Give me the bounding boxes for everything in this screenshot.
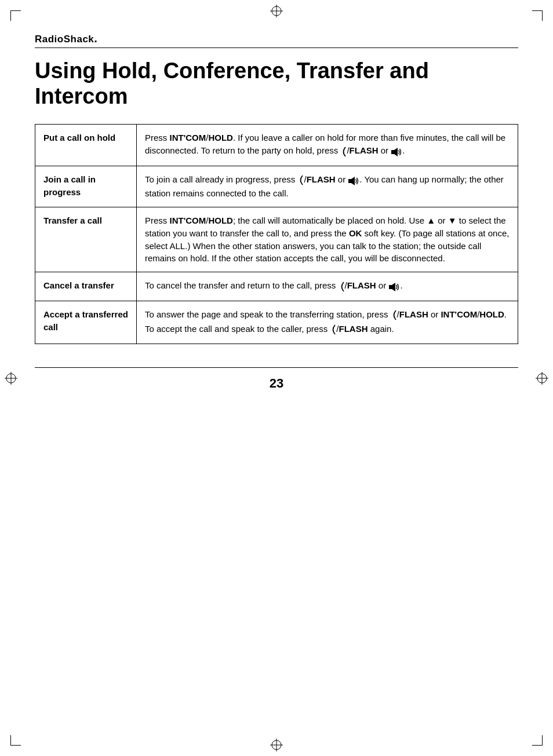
brand-name: RadioShack	[35, 34, 94, 45]
crop-mark-br	[532, 735, 543, 746]
table-row: Transfer a callPress INT'COM/HOLD; the c…	[35, 207, 518, 272]
table-row: Join a call in progressTo join a call al…	[35, 166, 518, 207]
table-row: Accept a transferred callTo answer the p…	[35, 301, 518, 344]
bottom-area: 23	[35, 367, 518, 391]
svg-marker-15	[351, 177, 355, 185]
page-content: RadioShack. Using Hold, Conference, Tran…	[35, 0, 518, 344]
instructions-table: Put a call on holdPress INT'COM/HOLD. If…	[35, 124, 518, 344]
reg-mark-bottom	[270, 739, 283, 751]
row-label: Join a call in progress	[35, 166, 137, 207]
row-content: To answer the page and speak to the tran…	[137, 301, 518, 344]
svg-rect-16	[389, 285, 392, 289]
table-row: Cancel a transferTo cancel the transfer …	[35, 272, 518, 301]
reg-mark-right	[536, 372, 548, 385]
crop-mark-bl	[10, 735, 21, 746]
row-label: Accept a transferred call	[35, 301, 137, 344]
row-content: To cancel the transfer and return to the…	[137, 272, 518, 301]
bottom-rule	[35, 367, 518, 368]
crop-mark-tl	[10, 10, 21, 21]
brand-logo: RadioShack.	[35, 32, 518, 45]
page-number: 23	[35, 376, 518, 391]
row-label: Put a call on hold	[35, 125, 137, 166]
top-rule	[35, 48, 518, 48]
svg-rect-14	[348, 179, 351, 183]
svg-marker-13	[394, 148, 398, 156]
row-content: To join a call already in progress, pres…	[137, 166, 518, 207]
page-title: Using Hold, Conference, Transfer and Int…	[35, 59, 518, 109]
row-label: Cancel a transfer	[35, 272, 137, 301]
svg-rect-12	[391, 150, 394, 154]
reg-mark-left	[5, 372, 17, 385]
svg-marker-17	[392, 283, 395, 291]
reg-mark-top	[270, 5, 283, 17]
crop-mark-tr	[532, 10, 543, 21]
brand-dot: .	[94, 32, 97, 45]
row-content: Press INT'COM/HOLD. If you leave a calle…	[137, 125, 518, 166]
row-label: Transfer a call	[35, 207, 137, 272]
table-row: Put a call on holdPress INT'COM/HOLD. If…	[35, 125, 518, 166]
row-content: Press INT'COM/HOLD; the call will automa…	[137, 207, 518, 272]
